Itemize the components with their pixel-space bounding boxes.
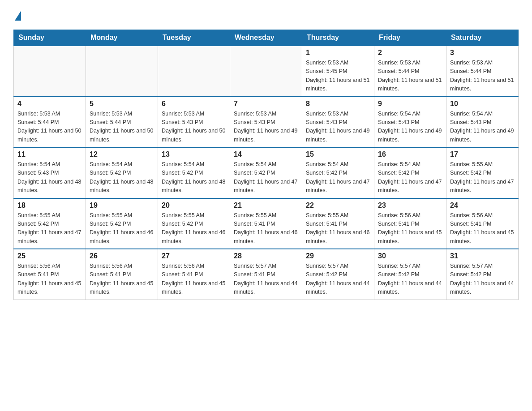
day-number: 27: [162, 252, 226, 260]
day-number: 30: [378, 252, 442, 260]
sun-info: Sunrise: 5:54 AM Sunset: 5:42 PM Dayligh…: [306, 160, 370, 195]
day-number: 3: [450, 49, 515, 57]
calendar-cell: 28Sunrise: 5:57 AM Sunset: 5:41 PM Dayli…: [230, 249, 302, 300]
sun-info: Sunrise: 5:54 AM Sunset: 5:43 PM Dayligh…: [450, 110, 515, 145]
calendar-table: Sunday Monday Tuesday Wednesday Thursday…: [13, 30, 519, 300]
calendar-cell: 8Sunrise: 5:53 AM Sunset: 5:43 PM Daylig…: [302, 97, 374, 148]
calendar-cell: 15Sunrise: 5:54 AM Sunset: 5:42 PM Dayli…: [302, 147, 374, 198]
sun-info: Sunrise: 5:54 AM Sunset: 5:42 PM Dayligh…: [162, 160, 226, 195]
calendar-cell: [86, 46, 158, 97]
sun-info: Sunrise: 5:57 AM Sunset: 5:41 PM Dayligh…: [234, 262, 298, 297]
logo-triangle-icon: [15, 11, 21, 21]
day-number: 13: [162, 150, 226, 158]
calendar-cell: 4Sunrise: 5:53 AM Sunset: 5:44 PM Daylig…: [14, 97, 86, 148]
sun-info: Sunrise: 5:53 AM Sunset: 5:43 PM Dayligh…: [162, 110, 226, 145]
calendar-cell: 31Sunrise: 5:57 AM Sunset: 5:42 PM Dayli…: [446, 249, 519, 300]
calendar-cell: 11Sunrise: 5:54 AM Sunset: 5:43 PM Dayli…: [14, 147, 86, 198]
calendar-cell: 20Sunrise: 5:55 AM Sunset: 5:42 PM Dayli…: [158, 198, 230, 249]
sun-info: Sunrise: 5:56 AM Sunset: 5:41 PM Dayligh…: [450, 211, 515, 246]
calendar-cell: 27Sunrise: 5:56 AM Sunset: 5:41 PM Dayli…: [158, 249, 230, 300]
day-number: 17: [450, 150, 515, 158]
sun-info: Sunrise: 5:55 AM Sunset: 5:42 PM Dayligh…: [450, 160, 515, 195]
calendar-cell: 2Sunrise: 5:53 AM Sunset: 5:44 PM Daylig…: [374, 46, 446, 97]
sun-info: Sunrise: 5:55 AM Sunset: 5:42 PM Dayligh…: [90, 211, 154, 246]
calendar-cell: 9Sunrise: 5:54 AM Sunset: 5:43 PM Daylig…: [374, 97, 446, 148]
week-row-2: 4Sunrise: 5:53 AM Sunset: 5:44 PM Daylig…: [14, 97, 519, 148]
day-number: 1: [306, 49, 370, 57]
sun-info: Sunrise: 5:56 AM Sunset: 5:41 PM Dayligh…: [90, 262, 154, 297]
calendar-cell: 14Sunrise: 5:54 AM Sunset: 5:42 PM Dayli…: [230, 147, 302, 198]
day-number: 25: [17, 252, 82, 260]
calendar-cell: 10Sunrise: 5:54 AM Sunset: 5:43 PM Dayli…: [446, 97, 519, 148]
calendar-cell: 1Sunrise: 5:53 AM Sunset: 5:45 PM Daylig…: [302, 46, 374, 97]
day-number: 15: [306, 150, 370, 158]
day-number: 6: [162, 100, 226, 108]
calendar-cell: 19Sunrise: 5:55 AM Sunset: 5:42 PM Dayli…: [86, 198, 158, 249]
sun-info: Sunrise: 5:56 AM Sunset: 5:41 PM Dayligh…: [378, 211, 442, 246]
sun-info: Sunrise: 5:53 AM Sunset: 5:43 PM Dayligh…: [234, 110, 298, 145]
day-number: 29: [306, 252, 370, 260]
week-row-3: 11Sunrise: 5:54 AM Sunset: 5:43 PM Dayli…: [14, 147, 519, 198]
calendar-cell: 29Sunrise: 5:57 AM Sunset: 5:42 PM Dayli…: [302, 249, 374, 300]
header-thursday: Thursday: [302, 30, 374, 46]
sun-info: Sunrise: 5:54 AM Sunset: 5:43 PM Dayligh…: [378, 110, 442, 145]
sun-info: Sunrise: 5:56 AM Sunset: 5:41 PM Dayligh…: [162, 262, 226, 297]
calendar-cell: 30Sunrise: 5:57 AM Sunset: 5:42 PM Dayli…: [374, 249, 446, 300]
header-tuesday: Tuesday: [158, 30, 230, 46]
sun-info: Sunrise: 5:57 AM Sunset: 5:42 PM Dayligh…: [306, 262, 370, 297]
sun-info: Sunrise: 5:55 AM Sunset: 5:41 PM Dayligh…: [234, 211, 298, 246]
day-number: 14: [234, 150, 298, 158]
day-number: 10: [450, 100, 515, 108]
calendar-cell: [230, 46, 302, 97]
calendar-cell: 26Sunrise: 5:56 AM Sunset: 5:41 PM Dayli…: [86, 249, 158, 300]
week-row-5: 25Sunrise: 5:56 AM Sunset: 5:41 PM Dayli…: [14, 249, 519, 300]
day-number: 5: [90, 100, 154, 108]
day-number: 31: [450, 252, 515, 260]
calendar-cell: 18Sunrise: 5:55 AM Sunset: 5:42 PM Dayli…: [14, 198, 86, 249]
sun-info: Sunrise: 5:53 AM Sunset: 5:43 PM Dayligh…: [306, 110, 370, 145]
logo: [13, 9, 21, 21]
calendar-cell: 6Sunrise: 5:53 AM Sunset: 5:43 PM Daylig…: [158, 97, 230, 148]
calendar-cell: [14, 46, 86, 97]
sun-info: Sunrise: 5:57 AM Sunset: 5:42 PM Dayligh…: [378, 262, 442, 297]
header-friday: Friday: [374, 30, 446, 46]
header-sunday: Sunday: [14, 30, 86, 46]
calendar-cell: 3Sunrise: 5:53 AM Sunset: 5:44 PM Daylig…: [446, 46, 519, 97]
sun-info: Sunrise: 5:55 AM Sunset: 5:42 PM Dayligh…: [162, 211, 226, 246]
day-number: 12: [90, 150, 154, 158]
day-number: 7: [234, 100, 298, 108]
day-number: 28: [234, 252, 298, 260]
calendar-cell: 13Sunrise: 5:54 AM Sunset: 5:42 PM Dayli…: [158, 147, 230, 198]
calendar-cell: 22Sunrise: 5:55 AM Sunset: 5:41 PM Dayli…: [302, 198, 374, 249]
weekday-header-row: Sunday Monday Tuesday Wednesday Thursday…: [14, 30, 519, 46]
header-saturday: Saturday: [446, 30, 519, 46]
calendar-cell: 24Sunrise: 5:56 AM Sunset: 5:41 PM Dayli…: [446, 198, 519, 249]
page-header: [13, 9, 519, 21]
sun-info: Sunrise: 5:54 AM Sunset: 5:42 PM Dayligh…: [90, 160, 154, 195]
sun-info: Sunrise: 5:55 AM Sunset: 5:42 PM Dayligh…: [17, 211, 82, 246]
day-number: 8: [306, 100, 370, 108]
sun-info: Sunrise: 5:53 AM Sunset: 5:44 PM Dayligh…: [90, 110, 154, 145]
calendar-cell: 5Sunrise: 5:53 AM Sunset: 5:44 PM Daylig…: [86, 97, 158, 148]
sun-info: Sunrise: 5:56 AM Sunset: 5:41 PM Dayligh…: [17, 262, 82, 297]
sun-info: Sunrise: 5:54 AM Sunset: 5:43 PM Dayligh…: [17, 160, 82, 195]
day-number: 20: [162, 201, 226, 210]
day-number: 18: [17, 201, 82, 210]
sun-info: Sunrise: 5:53 AM Sunset: 5:44 PM Dayligh…: [378, 59, 442, 94]
week-row-4: 18Sunrise: 5:55 AM Sunset: 5:42 PM Dayli…: [14, 198, 519, 249]
day-number: 4: [17, 100, 82, 108]
calendar-cell: [158, 46, 230, 97]
sun-info: Sunrise: 5:54 AM Sunset: 5:42 PM Dayligh…: [378, 160, 442, 195]
day-number: 2: [378, 49, 442, 57]
header-monday: Monday: [86, 30, 158, 46]
sun-info: Sunrise: 5:53 AM Sunset: 5:44 PM Dayligh…: [17, 110, 82, 145]
sun-info: Sunrise: 5:54 AM Sunset: 5:42 PM Dayligh…: [234, 160, 298, 195]
day-number: 21: [234, 201, 298, 210]
calendar-cell: 12Sunrise: 5:54 AM Sunset: 5:42 PM Dayli…: [86, 147, 158, 198]
day-number: 19: [90, 201, 154, 210]
calendar-cell: 25Sunrise: 5:56 AM Sunset: 5:41 PM Dayli…: [14, 249, 86, 300]
calendar-cell: 7Sunrise: 5:53 AM Sunset: 5:43 PM Daylig…: [230, 97, 302, 148]
header-wednesday: Wednesday: [230, 30, 302, 46]
calendar-cell: 23Sunrise: 5:56 AM Sunset: 5:41 PM Dayli…: [374, 198, 446, 249]
sun-info: Sunrise: 5:53 AM Sunset: 5:45 PM Dayligh…: [306, 59, 370, 94]
